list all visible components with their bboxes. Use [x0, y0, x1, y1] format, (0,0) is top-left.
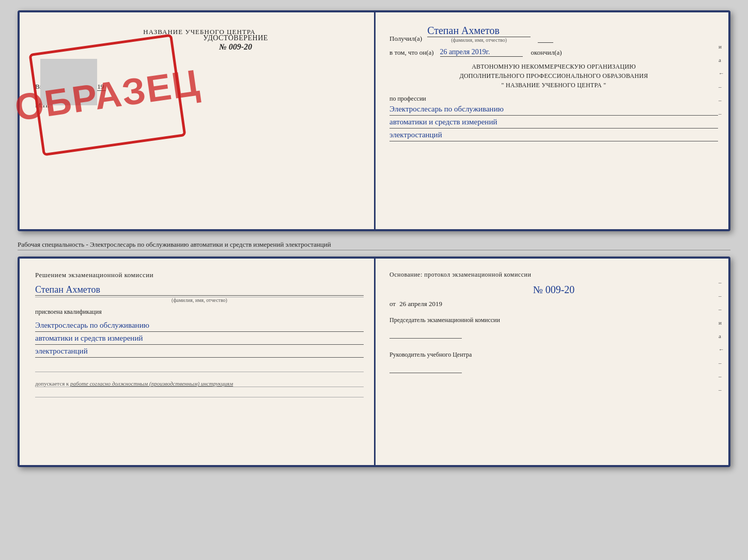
- side-marks-top: и а ← – – –: [719, 43, 724, 117]
- in-that-label: в том, что он(а): [389, 49, 434, 57]
- document-bottom: Решением экзаменационной комиссии Степан…: [18, 257, 730, 467]
- qualification-line3: электростанций: [35, 345, 364, 358]
- profession-line2: автоматики и средств измерений: [389, 116, 718, 129]
- protocol-number: № 009-20: [389, 284, 718, 296]
- chairman-sig-line: [389, 328, 462, 339]
- commission-person-hint: (фамилия, имя, отчество): [35, 297, 364, 303]
- qualification-line2: автоматики и средств измерений: [35, 332, 364, 345]
- profession-line1: Электрослесарь по обслуживанию: [389, 103, 718, 116]
- profession-label: по профессии: [389, 95, 718, 103]
- specialty-text: Рабочая специальность - Электрослесарь п…: [18, 241, 331, 248]
- org-line2: ДОПОЛНИТЕЛЬНОГО ПРОФЕССИОНАЛЬНОГО ОБРАЗО…: [389, 71, 718, 81]
- profession-block: по профессии Электрослесарь по обслужива…: [389, 95, 718, 141]
- basis-label: Основание: протокол экзаменационной коми…: [389, 271, 718, 279]
- qualification-line1: Электрослесарь по обслуживанию: [35, 319, 364, 332]
- org-block: АВТОНОМНУЮ НЕКОММЕРЧЕСКУЮ ОРГАНИЗАЦИЮ ДО…: [389, 62, 718, 90]
- org-line1: АВТОНОМНУЮ НЕКОММЕРЧЕСКУЮ ОРГАНИЗАЦИЮ: [389, 62, 718, 71]
- page-top-left: НАЗВАНИЕ УЧЕБНОГО ЦЕНТРА УДОСТОВЕРЕНИЕ №…: [20, 12, 374, 229]
- in-that-line: в том, что он(а) 26 апреля 2019г. окончи…: [389, 48, 718, 57]
- page-top-right: Получил(а) Степан Ахметов (фамилия, имя,…: [374, 12, 728, 229]
- received-label: Получил(а): [389, 35, 422, 43]
- received-line: Получил(а) Степан Ахметов (фамилия, имя,…: [389, 25, 718, 43]
- document-top: НАЗВАНИЕ УЧЕБНОГО ЦЕНТРА УДОСТОВЕРЕНИЕ №…: [18, 10, 730, 231]
- received-hint: (фамилия, имя, отчество): [427, 37, 531, 43]
- finished-label: окончил(а): [531, 49, 562, 57]
- photo-placeholder: [40, 59, 97, 105]
- specialty-line: Рабочая специальность - Электрослесарь п…: [18, 237, 730, 250]
- director-label: Руководитель учебного Центра: [389, 351, 718, 359]
- allowed-value: работе согласно должностным (производств…: [70, 380, 233, 387]
- protocol-date-line: от 26 апреля 2019: [389, 300, 718, 308]
- org-line3: " НАЗВАНИЕ УЧЕБНОГО ЦЕНТРА ": [389, 81, 718, 90]
- received-name: Степан Ахметов: [427, 25, 531, 37]
- date-prefix: от: [389, 300, 396, 308]
- page-bottom-left: Решением экзаменационной комиссии Степан…: [20, 259, 374, 465]
- chairman-block: Председатель экзаменационной комиссии: [389, 316, 718, 341]
- commission-title: Решением экзаменационной комиссии: [35, 271, 364, 279]
- protocol-date: 26 апреля 2019: [399, 300, 442, 308]
- director-block: Руководитель учебного Центра: [389, 351, 718, 375]
- chairman-label: Председатель экзаменационной комиссии: [389, 316, 718, 324]
- side-marks-bottom: – – – и а ← – – –: [719, 279, 724, 393]
- allowed-sig-line: [35, 387, 364, 397]
- profession-line3: электростанций: [389, 129, 718, 141]
- director-sig-line: [389, 363, 462, 373]
- commission-person-name: Степан Ахметов: [35, 284, 364, 296]
- qualification-sig-line: [35, 362, 364, 372]
- cert-type-block: УДОСТОВЕРЕНИЕ № 009-20: [107, 34, 364, 52]
- assigned-label: присвоена квалификация: [35, 308, 364, 316]
- cert-number: № 009-20: [107, 42, 364, 52]
- allowed-prefix: допускается к: [35, 380, 69, 387]
- allowed-line: допускается к работе согласно должностны…: [35, 380, 364, 387]
- page-bottom-right: Основание: протокол экзаменационной коми…: [374, 259, 728, 465]
- in-that-date: 26 апреля 2019г.: [440, 48, 523, 57]
